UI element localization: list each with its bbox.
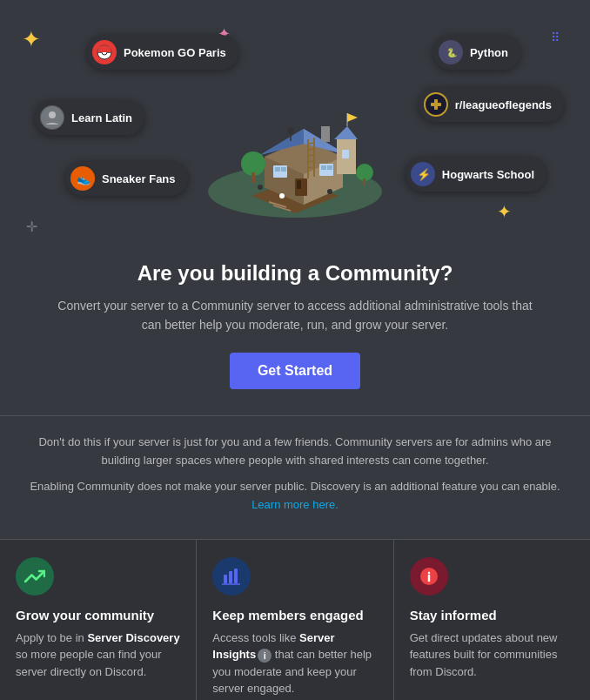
svg-line-26 [308,149,314,150]
svg-rect-7 [431,103,441,106]
chip-latin: Learn Latin [35,100,144,135]
svg-line-29 [308,167,314,168]
trending-up-icon [24,566,45,587]
chip-pokemon: Pokemon GO Paris [87,35,238,70]
grow-icon-wrapper [16,557,54,596]
chip-sneaker: 👟 Sneaker Fans [65,161,188,196]
svg-rect-13 [297,180,301,189]
engage-icon-wrapper [212,557,251,596]
feature-cards: Grow your community Apply to be in Serve… [0,539,590,700]
svg-point-5 [49,111,56,118]
svg-rect-15 [275,167,280,172]
engage-description: Access tools like Server Insightsi that … [212,629,377,697]
svg-point-39 [287,127,294,134]
svg-text:🐍: 🐍 [446,47,458,58]
engage-title: Keep members engaged [212,608,377,623]
sparkle-cross-bottom-left: ✛ [26,219,37,235]
hero-section: ✦ ✦ ⠿ ✛ ✦ Pokemon GO Paris 🐍 Python Lear… [0,0,590,415]
get-started-button[interactable]: Get Started [230,353,360,389]
svg-rect-18 [321,165,326,170]
info-section: Don't do this if your server is just for… [0,416,590,535]
chart-bar-icon [221,566,242,587]
sparkle-dots-top-right: ⠿ [551,30,560,44]
svg-rect-33 [363,178,365,185]
svg-point-30 [241,151,265,176]
svg-line-28 [308,161,314,162]
svg-text:👟: 👟 [77,172,91,186]
chip-python: 🐍 Python [433,35,520,70]
svg-rect-43 [234,569,238,583]
grow-description: Apply to be in Server Discovery so more … [16,629,180,681]
sparkle-gold-left: ✦ [22,26,41,53]
svg-point-48 [427,572,429,574]
info-text-2: Enabling Community does not make your se… [26,478,564,515]
svg-line-27 [308,155,314,156]
informed-title: Stay informed [410,608,574,623]
card-grow: Grow your community Apply to be in Serve… [0,540,196,700]
svg-rect-41 [224,575,227,583]
sparkle-gold-bottom: ✦ [497,201,512,222]
svg-rect-11 [321,126,330,142]
text-section: Are you building a Community? Convert yo… [17,244,573,415]
chip-league: r/leagueoflegends [419,87,564,122]
card-informed: Stay informed Get direct updates about n… [394,540,590,700]
chip-hogwarts: ⚡ Hogwarts School [406,157,546,192]
svg-rect-42 [229,571,232,583]
info-circle-icon [419,566,439,587]
grow-title: Grow your community [16,608,180,623]
svg-text:⚡: ⚡ [417,167,431,182]
svg-rect-21 [342,150,349,158]
card-engage: Keep members engaged Access tools like S… [197,540,392,700]
learn-more-link[interactable]: Learn more here. [251,498,339,511]
svg-rect-19 [327,165,332,170]
svg-point-35 [327,189,332,194]
svg-point-36 [279,193,285,199]
informed-icon-wrapper [410,557,448,596]
page-heading: Are you building a Community? [52,261,538,286]
illustration-area: ✦ ✦ ⠿ ✛ ✦ Pokemon GO Paris 🐍 Python Lear… [17,17,573,244]
svg-rect-16 [281,167,286,172]
info-badge: i [258,649,272,663]
page-description: Convert your server to a Community serve… [52,296,538,335]
svg-point-34 [258,185,263,190]
svg-rect-31 [251,172,255,183]
info-text-1: Don't do this if your server is just for… [26,434,564,470]
informed-description: Get direct updates about new features bu… [410,629,574,681]
svg-line-25 [308,143,314,144]
